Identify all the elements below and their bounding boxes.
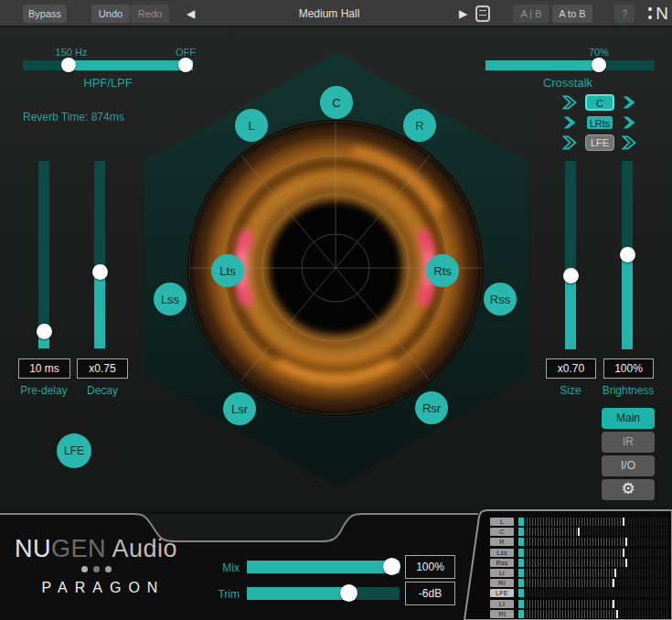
meter-row: Lt: [490, 600, 668, 608]
trim-slider[interactable]: [247, 587, 400, 600]
predelay-fader[interactable]: [38, 161, 49, 348]
meter-row: Lr: [490, 569, 668, 577]
meter-level-bar: [518, 600, 524, 608]
settings-button[interactable]: ⚙: [602, 479, 655, 500]
meter-label: Lt: [490, 600, 514, 608]
meter-level-bar: [518, 589, 524, 597]
size-value[interactable]: x0.70: [546, 358, 596, 379]
crosstalk-label: Crosstalk: [530, 76, 605, 90]
mix-slider[interactable]: [247, 561, 400, 573]
mix-handle[interactable]: [383, 558, 400, 575]
lpf-handle[interactable]: [178, 58, 193, 72]
speaker-rsr[interactable]: Rsr: [415, 391, 448, 424]
meter-row: Rt: [490, 610, 668, 618]
meter-level-bar: [518, 538, 524, 546]
route-lrts-button[interactable]: LRts: [585, 114, 614, 131]
crosstalk-slider[interactable]: [485, 60, 655, 70]
brand-dots: [14, 566, 178, 572]
meter-track: [527, 549, 667, 557]
meter-track: [527, 610, 667, 618]
meter-track: [527, 569, 667, 577]
decay-value[interactable]: x0.75: [77, 358, 128, 379]
gear-icon: ⚙: [621, 480, 635, 497]
meter-level-bar: [518, 518, 524, 526]
meter-row: LFE: [490, 589, 668, 597]
meter-row: L: [490, 518, 668, 526]
predelay-value[interactable]: 10 ms: [18, 358, 70, 379]
meter-level-bar: [518, 559, 524, 567]
meter-level-bar: [518, 528, 524, 536]
meter-label: C: [490, 528, 514, 536]
meter-peak-indicator: [616, 610, 618, 618]
speaker-lts[interactable]: Lts: [211, 254, 244, 287]
meter-track: [527, 538, 667, 546]
route-lfe-button[interactable]: LFE: [585, 134, 614, 151]
hpf-lpf-label: HPF/LPF: [55, 76, 161, 90]
speaker-l[interactable]: L: [235, 109, 268, 142]
mix-label: Mix: [203, 561, 240, 574]
meter-track: [527, 600, 667, 608]
nugen-audio-wordmark: NUGEN Audio: [14, 535, 178, 563]
meter-peak-indicator: [578, 528, 580, 536]
route-out-c-chevron-icon[interactable]: [622, 95, 637, 110]
route-in-lrts-chevron-icon[interactable]: [562, 115, 578, 130]
brightness-label: Brightness: [585, 384, 671, 397]
meter-track: [527, 518, 667, 526]
route-in-lfe-chevron-icon[interactable]: [562, 135, 578, 150]
product-name: PARAGON: [14, 580, 186, 596]
hpf-handle[interactable]: [61, 58, 76, 72]
route-out-lrts-chevron-icon[interactable]: [622, 115, 637, 130]
decay-handle[interactable]: [92, 264, 108, 280]
meter-label: L: [490, 518, 514, 526]
meter-track: [527, 579, 667, 587]
speaker-r[interactable]: R: [403, 109, 436, 142]
meter-label: R: [490, 538, 514, 546]
meter-peak-indicator: [625, 538, 627, 546]
speaker-lsr[interactable]: Lsr: [223, 392, 256, 425]
meter-track: [527, 589, 667, 597]
meter-label: Rt: [490, 610, 514, 618]
speaker-lss[interactable]: Lss: [154, 283, 187, 315]
meter-track: [527, 559, 667, 567]
meter-peak-indicator: [613, 600, 614, 608]
meter-level-bar: [518, 569, 524, 577]
meter-peak-indicator: [623, 518, 624, 526]
lpf-value: OFF: [167, 47, 204, 58]
brightness-value[interactable]: 100%: [603, 358, 654, 379]
meter-level-bar: [518, 610, 524, 618]
tab-ir[interactable]: IR: [602, 432, 655, 453]
speaker-c[interactable]: C: [320, 86, 353, 119]
meter-row: Lss: [490, 549, 668, 557]
crosstalk-value: 70%: [576, 47, 622, 58]
decay-label: Decay: [66, 384, 139, 397]
meter-label: Rss: [490, 559, 514, 567]
crosstalk-handle[interactable]: [592, 58, 606, 72]
tab-main[interactable]: Main: [602, 408, 655, 429]
meter-peak-indicator: [614, 569, 616, 577]
hpf-value: 150 Hz: [46, 47, 97, 58]
size-fader[interactable]: [565, 161, 576, 349]
decay-fader[interactable]: [94, 161, 105, 348]
paragon-plugin-window: Bypass Undo Redo ◀ Medium Hall ▶ A | B A…: [0, 0, 672, 620]
hpf-lpf-slider[interactable]: [23, 60, 193, 70]
trim-label: Trim: [203, 588, 240, 601]
meter-label: Lss: [490, 549, 514, 557]
route-out-lfe-chevron-icon[interactable]: [622, 135, 637, 150]
speaker-lfe[interactable]: LFE: [57, 433, 91, 468]
meter-track: [527, 528, 667, 536]
route-in-c-chevron-icon[interactable]: [562, 95, 578, 110]
meter-row: C: [490, 528, 668, 536]
predelay-handle[interactable]: [37, 324, 52, 339]
speaker-rss[interactable]: Rss: [484, 283, 517, 315]
meter-label: Lr: [490, 569, 514, 577]
trim-handle[interactable]: [340, 584, 357, 602]
meter-label: Rr: [490, 579, 514, 587]
meter-peak-indicator: [623, 549, 624, 557]
tab-io[interactable]: I/O: [602, 455, 655, 476]
meter-row: R: [490, 538, 668, 546]
size-handle[interactable]: [563, 268, 579, 283]
meter-row: Rr: [490, 579, 668, 587]
speaker-rts[interactable]: Rts: [426, 254, 459, 287]
brightness-handle[interactable]: [620, 247, 635, 262]
route-c-button[interactable]: C: [585, 94, 614, 111]
